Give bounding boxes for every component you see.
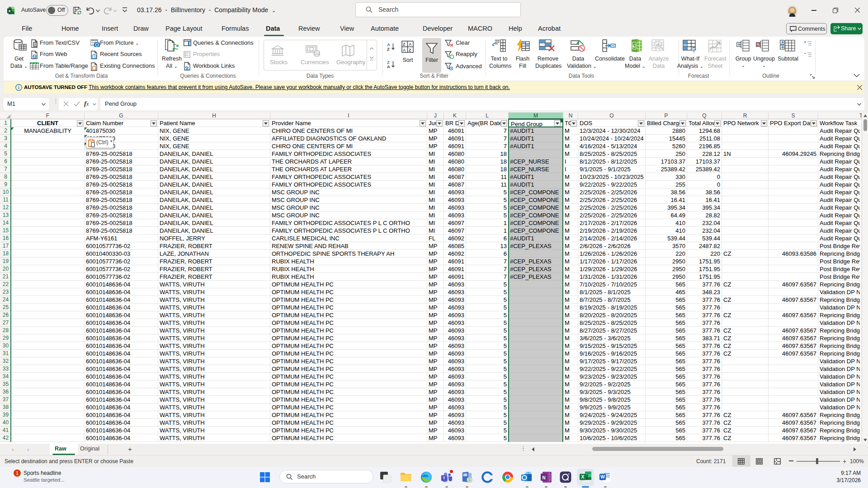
svg-text:W: W <box>600 474 605 479</box>
svg-text:A: A <box>387 64 390 69</box>
svg-text:x: x <box>8 9 10 13</box>
svg-text:A: A <box>409 42 412 47</box>
svg-text:N: N <box>542 475 545 480</box>
svg-text:T: T <box>443 476 446 480</box>
svg-text:?: ? <box>692 46 696 53</box>
svg-text:Z: Z <box>387 47 390 51</box>
svg-text:X: X <box>581 474 584 479</box>
svg-text:A: A <box>403 48 406 52</box>
svg-text:Z: Z <box>409 48 411 52</box>
svg-text:Z: Z <box>403 42 406 47</box>
